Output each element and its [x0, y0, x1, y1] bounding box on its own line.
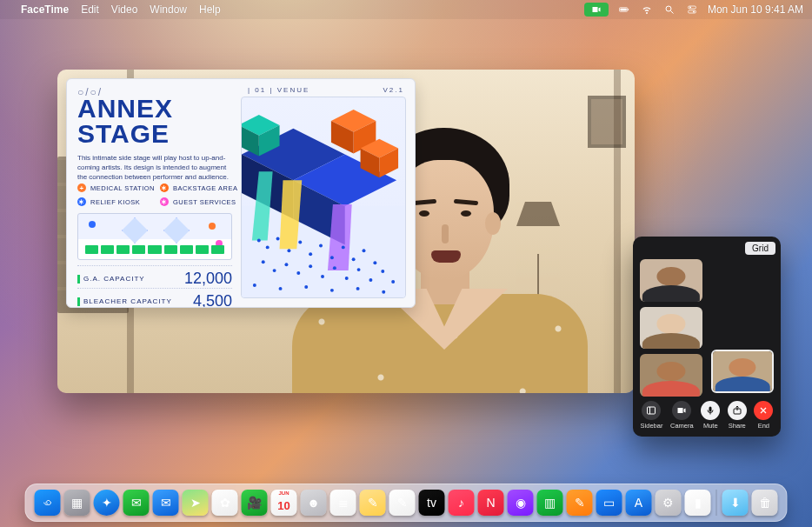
svg-rect-1 — [620, 9, 626, 11]
card-description: This intimate side stage will play host … — [77, 154, 232, 182]
call-controls: Sidebar Camera Mute Share End — [633, 397, 781, 433]
facetime-status-icon[interactable] — [584, 3, 609, 17]
svg-point-42 — [309, 264, 312, 268]
dock-app-photos[interactable]: ✿ — [212, 490, 238, 516]
svg-point-30 — [298, 240, 302, 243]
card-legend: +MEDICAL STATION ✶BACKSTAGE AREA ✶RELIEF… — [77, 183, 239, 206]
dock-app-iphone-mirroring[interactable]: ▮ — [685, 490, 711, 516]
svg-rect-58 — [709, 406, 712, 411]
camera-button[interactable]: Camera — [670, 401, 694, 430]
dock-app-freeform[interactable]: ✎ — [389, 490, 416, 516]
dock-app-music[interactable]: ♪ — [449, 490, 475, 516]
dock-app-facetime[interactable]: 🎥 — [242, 490, 268, 516]
svg-point-55 — [382, 290, 385, 294]
dock-app-maps[interactable]: ➤ — [183, 490, 209, 516]
grid-toggle-button[interactable]: Grid — [745, 242, 775, 255]
control-center-icon[interactable] — [685, 3, 699, 17]
dock-app-podcasts[interactable]: ◉ — [508, 490, 534, 516]
svg-point-31 — [309, 252, 312, 256]
self-view-tile[interactable] — [711, 350, 774, 393]
svg-point-37 — [373, 261, 376, 264]
svg-point-53 — [330, 289, 334, 292]
svg-point-3 — [666, 6, 671, 11]
participant-column — [640, 259, 702, 397]
wifi-icon[interactable] — [640, 3, 654, 17]
svg-line-4 — [670, 11, 673, 14]
svg-point-38 — [262, 260, 265, 264]
dock-app-news[interactable]: N — [478, 490, 504, 516]
spotlight-icon[interactable] — [662, 3, 676, 17]
svg-point-52 — [304, 285, 308, 289]
svg-point-34 — [342, 245, 345, 249]
menubar-item-video[interactable]: Video — [111, 3, 137, 16]
dock-app-safari[interactable]: ✦ — [94, 490, 120, 516]
capacity-row-ga: G.A. CAPACITY 12,000 — [77, 265, 232, 288]
dock: ꩜▦✦✉✉➤✿🎥JUN10☻≣✎✎tv♪N◉▥✎▭A⚙▮⬇🗑 — [25, 484, 788, 522]
svg-point-47 — [369, 278, 372, 282]
dock-app-downloads[interactable]: ⬇ — [722, 490, 749, 516]
svg-point-36 — [363, 249, 366, 252]
svg-point-43 — [321, 275, 324, 278]
dock-app-pages[interactable]: ✎ — [567, 490, 593, 516]
dock-app-settings[interactable]: ⚙ — [656, 490, 682, 516]
desktop: { "menubar": { "app": "FaceTime", "items… — [0, 0, 812, 527]
dock-app-notes[interactable]: ✎ — [360, 490, 386, 516]
svg-point-41 — [296, 271, 300, 275]
dock-app-contacts[interactable]: ☻ — [301, 490, 327, 516]
svg-point-32 — [319, 243, 323, 247]
svg-rect-56 — [648, 407, 656, 414]
participant-tile-3[interactable] — [640, 354, 702, 397]
dock-app-launchpad[interactable]: ▦ — [64, 490, 90, 516]
menubar: FaceTime Edit Video Window Help Mon Jun … — [0, 0, 812, 19]
participant-tile-2[interactable] — [640, 307, 702, 350]
dock-app-tv[interactable]: tv — [419, 490, 445, 516]
dock-app-appstore[interactable]: A — [626, 490, 652, 516]
end-button[interactable]: End — [754, 401, 773, 430]
svg-point-29 — [287, 249, 290, 252]
svg-point-26 — [257, 238, 261, 242]
mute-button[interactable]: Mute — [701, 401, 720, 430]
svg-rect-2 — [628, 9, 629, 10]
dock-app-numbers[interactable]: ▥ — [537, 490, 563, 516]
dock-app-reminders[interactable]: ≣ — [330, 490, 356, 516]
svg-point-44 — [333, 266, 336, 270]
dock-app-messages[interactable]: ✉ — [123, 490, 150, 516]
facetime-panel[interactable]: Grid Sidebar Camera — [633, 237, 781, 437]
dock-app-mail[interactable]: ✉ — [153, 490, 179, 516]
capacity-row-bleacher: BLEACHER CAPACITY 4,500 — [77, 288, 232, 308]
main-call-window[interactable]: ○/○/ | 01 | VENUE V2.1 ANNEX STAGE This … — [57, 70, 635, 393]
dock-app-trash[interactable]: 🗑 — [752, 490, 778, 516]
svg-rect-7 — [688, 10, 696, 13]
dock-app-finder[interactable]: ꩜ — [35, 490, 61, 516]
svg-point-33 — [330, 256, 334, 259]
card-meta-section: | 01 | VENUE — [248, 86, 309, 94]
svg-point-51 — [279, 287, 283, 290]
card-title: ANNEX STAGE — [77, 97, 225, 146]
svg-point-40 — [284, 263, 288, 266]
dock-app-keynote[interactable]: ▭ — [596, 490, 622, 516]
menubar-item-window[interactable]: Window — [150, 3, 187, 16]
svg-point-45 — [345, 277, 349, 280]
dock-separator — [716, 490, 717, 516]
menubar-item-help[interactable]: Help — [199, 3, 221, 16]
menubar-datetime[interactable]: Mon Jun 10 9:41 AM — [708, 3, 803, 16]
menubar-item-edit[interactable]: Edit — [81, 3, 99, 16]
svg-point-54 — [356, 287, 360, 290]
svg-point-49 — [391, 280, 395, 284]
svg-point-6 — [689, 7, 691, 9]
card-minimap — [77, 213, 232, 260]
participant-tile-1[interactable] — [640, 259, 702, 302]
svg-point-39 — [273, 269, 276, 272]
svg-point-28 — [276, 237, 280, 241]
shared-screen-card[interactable]: ○/○/ | 01 | VENUE V2.1 ANNEX STAGE This … — [66, 78, 416, 308]
share-button[interactable]: Share — [728, 401, 747, 430]
svg-point-50 — [253, 284, 256, 287]
svg-point-48 — [381, 270, 384, 273]
menubar-app-name[interactable]: FaceTime — [21, 3, 69, 16]
svg-point-27 — [266, 245, 270, 249]
svg-point-35 — [352, 257, 356, 261]
battery-icon[interactable] — [617, 3, 631, 17]
dock-app-calendar[interactable]: JUN10 — [271, 490, 297, 516]
sidebar-button[interactable]: Sidebar — [641, 401, 663, 430]
svg-rect-5 — [688, 6, 696, 9]
